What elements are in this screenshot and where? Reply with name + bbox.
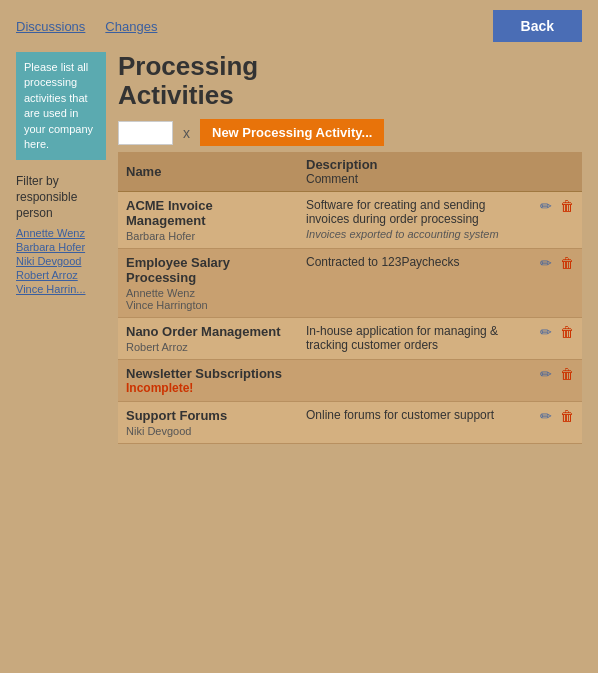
edit-icon[interactable]: ✏ — [540, 408, 552, 424]
filter-links: Annette Wenz Barbara Hofer Niki Devgood … — [16, 227, 106, 295]
filter-link-vince[interactable]: Vince Harrin... — [16, 283, 106, 295]
discussions-link[interactable]: Discussions — [16, 19, 85, 34]
activity-sub-description: Invoices exported to accounting system — [306, 228, 520, 240]
activity-name: Newsletter Subscriptions — [126, 366, 290, 381]
back-button[interactable]: Back — [493, 10, 582, 42]
activity-actions-cell: ✏ 🗑 — [528, 402, 582, 444]
activity-name-cell: Support Forums Niki Devgood — [118, 402, 298, 444]
filter-link-niki[interactable]: Niki Devgood — [16, 255, 106, 267]
activity-desc-cell: Software for creating and sending invoic… — [298, 192, 528, 249]
activity-name-cell: ACME Invoice Management Barbara Hofer — [118, 192, 298, 249]
sidebar-info-text: Please list all processing activities th… — [24, 61, 93, 150]
table-row: Newsletter Subscriptions Incomplete! ✏ 🗑 — [118, 360, 582, 402]
delete-icon[interactable]: 🗑 — [560, 198, 574, 214]
delete-icon[interactable]: 🗑 — [560, 324, 574, 340]
activity-person: Annette WenzVince Harrington — [126, 287, 290, 311]
activity-desc-cell: Contracted to 123Paychecks — [298, 249, 528, 318]
activity-name: ACME Invoice Management — [126, 198, 290, 228]
activity-desc-cell: Online forums for customer support — [298, 402, 528, 444]
delete-icon[interactable]: 🗑 — [560, 366, 574, 382]
col-description-header: Description Comment — [298, 152, 528, 192]
table-controls: x New Processing Activity... — [118, 119, 582, 146]
delete-icon[interactable]: 🗑 — [560, 408, 574, 424]
activity-person: Robert Arroz — [126, 341, 290, 353]
filter-link-annette[interactable]: Annette Wenz — [16, 227, 106, 239]
filter-link-barbara[interactable]: Barbara Hofer — [16, 241, 106, 253]
top-nav: Discussions Changes Back — [0, 0, 598, 52]
activity-name-cell: Employee Salary Processing Annette WenzV… — [118, 249, 298, 318]
filter-link-robert[interactable]: Robert Arroz — [16, 269, 106, 281]
edit-icon[interactable]: ✏ — [540, 324, 552, 340]
clear-search-button[interactable]: x — [181, 125, 192, 141]
table-row: ACME Invoice Management Barbara Hofer So… — [118, 192, 582, 249]
activities-table: Name Description Comment ACME Invoice — [118, 152, 582, 444]
incomplete-badge: Incomplete! — [126, 381, 290, 395]
activity-person: Niki Devgood — [126, 425, 290, 437]
activity-desc-cell: In-house application for managing & trac… — [298, 318, 528, 360]
edit-icon[interactable]: ✏ — [540, 198, 552, 214]
page-title: Processing Activities — [118, 52, 582, 109]
panel: Processing Activities x New Processing A… — [118, 52, 582, 444]
edit-icon[interactable]: ✏ — [540, 255, 552, 271]
table-row: Employee Salary Processing Annette WenzV… — [118, 249, 582, 318]
activity-name: Employee Salary Processing — [126, 255, 290, 285]
sidebar-info-box: Please list all processing activities th… — [16, 52, 106, 160]
changes-link[interactable]: Changes — [105, 19, 157, 34]
activity-desc-cell — [298, 360, 528, 402]
new-activity-button[interactable]: New Processing Activity... — [200, 119, 384, 146]
col-actions-header — [528, 152, 582, 192]
delete-icon[interactable]: 🗑 — [560, 255, 574, 271]
table-row: Support Forums Niki Devgood Online forum… — [118, 402, 582, 444]
activity-name: Support Forums — [126, 408, 290, 423]
table-row: Nano Order Management Robert Arroz In-ho… — [118, 318, 582, 360]
activity-actions-cell: ✏ 🗑 — [528, 318, 582, 360]
activity-name: Nano Order Management — [126, 324, 290, 339]
main-content: Please list all processing activities th… — [0, 52, 598, 444]
activity-name-cell: Newsletter Subscriptions Incomplete! — [118, 360, 298, 402]
search-input[interactable] — [118, 121, 173, 145]
activity-person: Barbara Hofer — [126, 230, 290, 242]
activity-actions-cell: ✏ 🗑 — [528, 249, 582, 318]
col-name-header: Name — [118, 152, 298, 192]
activity-description: In-house application for managing & trac… — [306, 324, 520, 352]
filter-label: Filter by responsible person — [16, 174, 106, 221]
activity-description: Software for creating and sending invoic… — [306, 198, 520, 226]
activity-actions-cell: ✏ 🗑 — [528, 192, 582, 249]
activity-description: Contracted to 123Paychecks — [306, 255, 520, 269]
edit-icon[interactable]: ✏ — [540, 366, 552, 382]
sidebar: Please list all processing activities th… — [16, 52, 106, 444]
activity-description: Online forums for customer support — [306, 408, 520, 422]
activity-name-cell: Nano Order Management Robert Arroz — [118, 318, 298, 360]
activity-actions-cell: ✏ 🗑 — [528, 360, 582, 402]
